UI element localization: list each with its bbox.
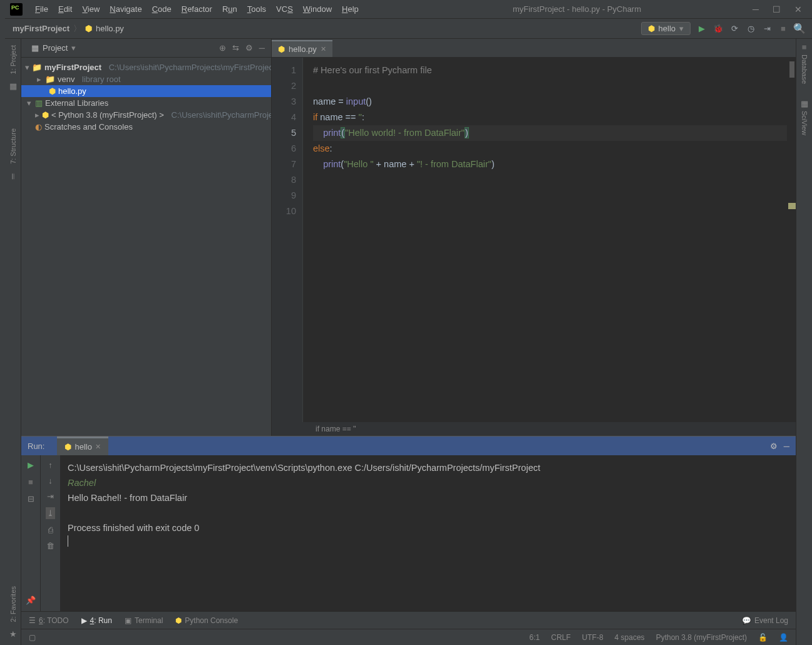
chevron-down-icon[interactable]: ▾ [25,98,33,108]
chevron-right-icon[interactable]: ▸ [35,110,39,120]
todo-tool-button[interactable]: ☰6: TODO [29,616,69,625]
menu-help[interactable]: Help [337,2,364,16]
clear-icon[interactable]: 🗑 [46,541,54,550]
python-console-tool-button[interactable]: ⬢Python Console [175,616,238,625]
inspections-icon[interactable]: 👤 [779,633,788,642]
profile-button[interactable]: ◷ [746,24,756,34]
project-tree[interactable]: ▾ 📁 myFirstProject C:\Users\ishit\Pychar… [21,58,271,137]
lock-icon[interactable]: 🔓 [758,633,768,642]
run-config-selector[interactable]: ⬢ hello ▾ [641,22,691,35]
debug-button[interactable]: 🐞 [713,24,723,34]
menu-code[interactable]: Code [147,2,177,16]
line-gutter[interactable]: 12345678910 [272,58,303,436]
window-title: myFirstProject - hello.py - PyCharm [364,4,753,14]
sciview-tool-tab[interactable]: SciView [801,108,808,138]
layout-icon[interactable]: ⊟ [28,494,34,503]
favorites-tool-tab[interactable]: 2: Favorites [9,584,17,624]
menu-refactor[interactable]: Refactor [177,2,217,16]
soft-wrap-icon[interactable]: ⇥ [47,492,54,501]
close-tab-icon[interactable]: ✕ [321,45,326,53]
structure-tool-tab[interactable]: 7: Structure [9,126,17,167]
structure-tool-icon: ⦀ [11,172,14,182]
run-tool-window: Run: ⬢ hello ✕ ⚙ ─ ▶ [21,436,796,611]
up-icon[interactable]: ↑ [48,460,53,470]
menu-bar: File Edit View Navigate Code Refactor Ru… [5,0,812,19]
menu-edit[interactable]: Edit [53,2,77,16]
line-separator[interactable]: CRLF [551,633,570,642]
status-icon[interactable]: ▢ [29,633,36,642]
menu-window[interactable]: Window [298,2,337,16]
console-stdout: Hello Rachel! - from DataFlair [68,490,788,505]
maximize-icon[interactable]: ☐ [773,4,781,14]
pin-icon[interactable]: 📌 [26,596,36,605]
project-panel-title[interactable]: ▦ Project ▾ [28,42,80,54]
tree-project-root[interactable]: ▾ 📁 myFirstProject C:\Users\ishit\Pychar… [21,61,271,73]
locate-icon[interactable]: ⊕ [219,43,226,53]
gear-icon[interactable]: ⚙ [770,441,778,451]
database-tool-tab[interactable]: Database [801,52,808,86]
terminal-icon: ▣ [125,616,131,625]
file-encoding[interactable]: UTF-8 [582,633,604,642]
scratches-icon: ◐ [35,122,42,132]
folder-icon: 📁 [45,75,55,84]
editor-breadcrumb[interactable]: if name == '' [272,422,796,436]
tree-external-libs[interactable]: ▾ ▥ External Libraries [21,97,271,109]
rerun-button[interactable]: ▶ [28,460,34,470]
run-toolbar-secondary: ↑ ↓ ⇥ ⤓ ⎙ 🗑 [40,455,60,611]
menu-vcs[interactable]: VCS [271,2,298,16]
menu-tools[interactable]: Tools [242,2,271,16]
editor-tabs: ⬢ hello.py ✕ [272,39,796,58]
run-button[interactable]: ▶ [697,24,707,34]
attach-button[interactable]: ⇥ [762,24,772,34]
menu-navigate[interactable]: Navigate [105,2,146,16]
editor-scrollbar[interactable] [787,58,796,436]
coverage-button[interactable]: ⟳ [729,24,739,34]
list-icon: ☰ [29,616,36,625]
search-everywhere-button[interactable]: 🔍 [794,24,804,34]
stop-button[interactable]: ■ [778,24,788,34]
terminal-tool-button[interactable]: ▣Terminal [125,616,163,625]
scrollbar-thumb[interactable] [789,61,794,78]
chevron-right-icon: 〉 [73,23,81,34]
close-window-icon[interactable]: ✕ [794,4,802,14]
close-tab-icon[interactable]: ✕ [95,443,101,451]
print-icon[interactable]: ⎙ [48,525,53,535]
run-tab-hello[interactable]: ⬢ hello ✕ [57,436,108,455]
collapse-icon[interactable]: ⇆ [232,43,239,53]
interpreter-status[interactable]: Python 3.8 (myFirstProject) [656,633,747,642]
menu-view[interactable]: View [77,2,105,16]
favorites-star-icon: ★ [9,629,17,639]
code-content[interactable]: # Here's our first Pycharm file name = i… [303,58,787,436]
sciview-icon: ▦ [801,99,808,108]
menu-file[interactable]: File [30,2,53,16]
hide-panel-icon[interactable]: ─ [784,441,789,451]
project-tool-tab[interactable]: 1: Project [9,43,17,76]
run-tool-button[interactable]: ▶4: Run [81,616,112,625]
hide-panel-icon[interactable]: ─ [259,43,265,53]
event-log-button[interactable]: 💬Event Log [742,616,788,625]
breadcrumb-file[interactable]: hello.py [96,24,124,33]
down-icon[interactable]: ↓ [48,476,53,485]
console-output[interactable]: C:\Users\ishit\PycharmProjects\myFirstPr… [60,455,796,611]
console-exit: Process finished with exit code 0 [68,520,788,535]
tab-hello[interactable]: ⬢ hello.py ✕ [272,40,332,57]
stop-button[interactable]: ■ [28,477,33,487]
breadcrumb[interactable]: myFirstProject 〉 ⬢ hello.py [13,23,124,34]
caret-position[interactable]: 6:1 [530,633,540,642]
tree-scratches[interactable]: ◐ Scratches and Consoles [21,121,271,133]
tree-file-hello[interactable]: ⬢ hello.py [21,85,271,97]
menu-run[interactable]: Run [217,2,242,16]
tree-python-sdk[interactable]: ▸ ⬢ < Python 3.8 (myFirstProject) > C:\U… [21,109,271,121]
indent-setting[interactable]: 4 spaces [615,633,645,642]
code-editor[interactable]: 12345678910 # Here's our first Pycharm f… [272,58,796,436]
chevron-down-icon[interactable]: ▾ [25,63,29,72]
minimize-icon[interactable]: ─ [753,4,759,14]
gear-icon[interactable]: ⚙ [245,43,253,53]
project-tool-icon: ▦ [9,81,17,91]
breadcrumb-project[interactable]: myFirstProject [13,24,69,33]
console-command: C:\Users\ishit\PycharmProjects\myFirstPr… [68,460,788,475]
tree-venv[interactable]: ▸ 📁 venv library root [21,73,271,85]
chevron-right-icon[interactable]: ▸ [35,75,43,84]
scroll-to-end-icon[interactable]: ⤓ [46,507,55,519]
console-cursor [68,535,68,547]
